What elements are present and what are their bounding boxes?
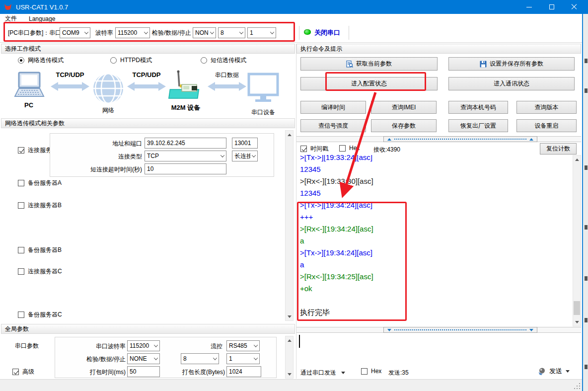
gp-parity-select[interactable]: NONE (127, 353, 160, 364)
enter-comm-button[interactable]: 进入通讯状态 (448, 77, 575, 90)
device-restart-button[interactable]: 设备重启 (516, 119, 577, 132)
close-port-button[interactable]: 关闭串口 (314, 28, 340, 37)
timestamp-checkbox[interactable]: 时间戳 (300, 145, 328, 153)
gp-databits-select[interactable]: 8 (181, 353, 219, 364)
set-save-params-button[interactable]: 设置并保存所有参数 (448, 57, 575, 71)
databits-select[interactable]: 8 (218, 27, 245, 38)
double-arrow-icon (51, 81, 89, 91)
doc-search-icon (346, 61, 353, 68)
scrollbar-thumb[interactable] (574, 301, 580, 315)
send-via-dropdown[interactable]: 通过串口发送 (300, 369, 345, 377)
chevron-down-icon (252, 153, 256, 157)
gp-baud-select[interactable]: 115200 (127, 340, 160, 351)
save-icon (480, 61, 487, 68)
advanced-checkbox[interactable]: 高级 (12, 368, 34, 376)
gp-flow-select[interactable]: RS485 (226, 340, 260, 351)
maximize-button[interactable] (540, 0, 563, 14)
parity-select[interactable]: NONI (193, 27, 216, 38)
get-params-button[interactable]: 获取当前参数 (300, 57, 438, 71)
factory-reset-button[interactable]: 恢复出厂设置 (448, 119, 508, 132)
close-button[interactable] (563, 0, 585, 14)
window-title: USR-CAT1 V1.0.7 (16, 3, 68, 11)
menu-item-language[interactable]: Language (29, 15, 55, 22)
backup-b-checkbox[interactable]: 备份服务器B (18, 246, 62, 254)
splitter-handle[interactable] (383, 327, 537, 333)
gp-packlen-label: 打包长度(Bytes) (170, 368, 225, 377)
net-params-scrollbar[interactable] (285, 130, 294, 321)
double-arrow-icon (208, 81, 246, 91)
minimize-button[interactable] (518, 0, 540, 14)
log-hex-checkbox[interactable]: Hex (339, 145, 360, 152)
background-window-fragment (585, 318, 588, 322)
log-scrollbar[interactable] (573, 155, 581, 326)
server-c-checkbox[interactable]: 连接服务器C (18, 267, 62, 276)
log-splitter[interactable] (296, 136, 581, 142)
resize-grip[interactable] (573, 382, 580, 389)
chevron-down-icon (210, 30, 214, 34)
chevron-down-icon (254, 356, 258, 360)
save-params-button[interactable]: 保存参数 (371, 119, 437, 132)
conn-type-select[interactable]: TCP (145, 151, 226, 161)
m2m-device-icon (168, 70, 205, 102)
background-window-fragment (585, 88, 588, 93)
background-window-strip (582, 14, 588, 391)
scroll-down-icon[interactable] (286, 313, 293, 320)
stopbits-select[interactable]: 1 (247, 27, 276, 38)
conn-type-label: 连接类型 (50, 153, 142, 161)
splitter-handle[interactable] (383, 136, 537, 142)
mode-radio-net[interactable]: 网络透传模式 (18, 56, 64, 65)
scroll-down-icon[interactable] (573, 318, 581, 326)
scroll-up-icon[interactable] (573, 156, 581, 163)
scroll-up-icon[interactable] (286, 336, 293, 344)
scroll-up-icon[interactable] (286, 131, 293, 139)
chevron-down-icon (154, 343, 158, 347)
gp-packlen-input[interactable] (226, 366, 261, 377)
backup-a-checkbox[interactable]: 备份服务器A (18, 179, 62, 187)
backup-c-checkbox[interactable]: 备份服务器C (18, 311, 62, 319)
send-splitter[interactable] (296, 327, 581, 333)
server-b-checkbox[interactable]: 连接服务器B (18, 201, 62, 210)
enter-config-button[interactable]: 进入配置状态 (300, 77, 438, 90)
chevron-down-icon (144, 30, 148, 34)
diagram-node-serialdev-label: 串口设备 (245, 108, 281, 117)
menu-item-file[interactable]: 文件 (5, 14, 17, 23)
com-port-select[interactable]: COM9 (60, 27, 90, 38)
query-number-button[interactable]: 查询本机号码 (448, 101, 508, 114)
send-button[interactable]: 发送 (538, 367, 570, 376)
scroll-down-icon[interactable] (286, 370, 293, 378)
short-conn-timeout-input[interactable] (145, 163, 226, 174)
query-version-button[interactable]: 查询版本 (516, 101, 577, 114)
query-imei-button[interactable]: 查询IMEI (371, 101, 437, 114)
splitter-dots (394, 329, 526, 330)
radio-icon (201, 57, 207, 64)
splitter-collapse-down-icon (387, 329, 391, 331)
global-params-scrollbar[interactable] (285, 336, 294, 379)
server-port-input[interactable] (232, 138, 258, 149)
server-address-input[interactable] (145, 138, 226, 149)
gp-packtime-label: 打包时间(ms) (55, 368, 126, 377)
log-output[interactable]: >[Tx->][19:33:24][asc] 12345 >[Rx<-][19:… (296, 155, 573, 326)
recv-count-label: 接收:4390 (373, 146, 400, 154)
baud-select[interactable]: 115200 (115, 27, 150, 38)
mode-radio-sms[interactable]: 短信透传模式 (201, 56, 246, 65)
splitter-collapse-up-icon (529, 138, 533, 141)
background-window-fragment (585, 225, 588, 230)
chevron-down-icon (566, 370, 570, 373)
mode-diagram: PC TCP/UDP 网络 TCP/UDP M2M 设备 串口数据 (4, 69, 292, 117)
chevron-down-icon (341, 372, 345, 374)
mode-radio-httpd[interactable]: HTTPD模式 (110, 56, 152, 65)
query-signal-button[interactable]: 查信号强度 (300, 119, 366, 132)
compile-time-button[interactable]: 编译时间 (300, 101, 366, 114)
send-hex-checkbox[interactable]: Hex (361, 368, 381, 375)
log-line: a (296, 259, 573, 271)
work-mode-header: 选择工作模式 (1, 44, 295, 54)
send-input[interactable] (296, 333, 581, 365)
close-icon (571, 4, 577, 10)
conn-keep-select[interactable]: 长连接 (232, 151, 258, 161)
server-a-panel: 地址和端口 连接类型 TCP 长连接 短连接超时时间(秒) (50, 133, 274, 177)
reset-count-button[interactable]: 复位计数 (540, 143, 577, 155)
gp-packtime-input[interactable] (127, 366, 160, 377)
chevron-down-icon (213, 356, 217, 360)
checkbox-icon (18, 202, 24, 209)
gp-stopbits-select[interactable]: 1 (226, 353, 260, 364)
